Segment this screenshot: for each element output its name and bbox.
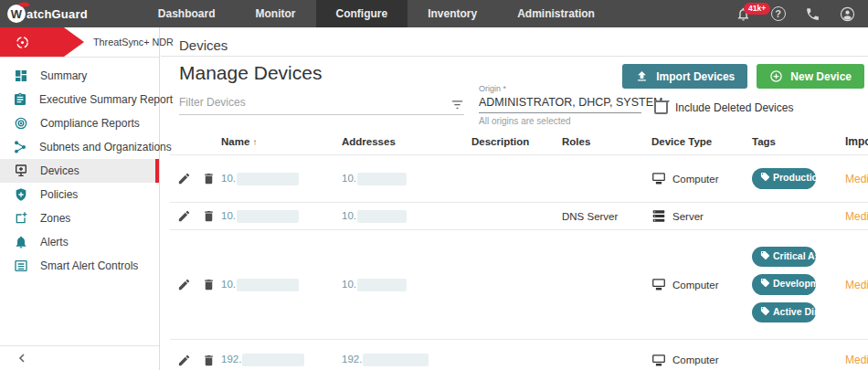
main-content: Devices Manage Devices Import Devices Ne… [161,27,868,370]
redacted-name [242,354,304,366]
table-row: 10. 10. Computer Production Medium [170,155,868,203]
collapse-sidebar-button[interactable] [0,345,159,370]
top-menu: Dashboard Monitor Configure Inventory Ad… [138,0,615,27]
sync-crosshair-icon [15,35,30,50]
computer-icon [651,354,666,367]
edit-pencil-icon[interactable] [177,278,191,291]
page-actions: Import Devices New Device [622,64,864,89]
policies-shield-icon [13,187,28,203]
table-row: 10. 10. DNS Server Server Medium [170,203,868,230]
device-type-cell: Computer [646,278,746,291]
origin-select[interactable]: Origin * ADMINISTRATOR, DHCP, SYSTEM All… [479,84,641,126]
watchguard-logo[interactable]: W atchGuard [7,5,88,23]
sidebar-item-alerts[interactable]: Alerts [0,230,159,254]
sidebar-item-executive-summary-report[interactable]: Executive Summary Report [0,88,159,111]
tags-cell: Production [746,168,838,189]
chevron-left-icon [16,353,27,364]
logo-wordmark: atchGuard [26,7,88,21]
sidebar-item-subnets-and-organizations[interactable]: Subnets and Organizations [0,135,159,159]
header-roles[interactable]: Roles [555,136,646,147]
redacted-name [237,173,299,185]
computer-icon [651,172,666,185]
tag-icon [760,172,770,182]
compliance-target-icon [13,116,28,132]
server-icon [651,209,666,223]
plus-circle-icon [769,69,783,83]
header-importance[interactable]: Importance [838,135,868,148]
device-address-cell: 10. [342,279,468,291]
threatsync-pennant[interactable] [0,27,84,57]
include-deleted-devices-field: Include Deleted Devices [654,100,793,114]
delete-trash-icon[interactable] [202,354,216,367]
tag-icon [760,278,770,288]
menu-item-dashboard[interactable]: Dashboard [138,0,236,27]
sidebar-item-devices[interactable]: Devices [0,159,159,183]
new-device-button[interactable]: New Device [757,64,864,89]
top-navigation-bar: W atchGuard Dashboard Monitor Configure … [0,0,868,27]
table-row: 192. 192. Computer Medium [170,340,868,370]
devices-monitor-plus-icon [13,164,28,179]
sidebar-item-summary[interactable]: Summary [0,64,159,88]
title-divider [161,56,868,57]
include-deleted-checkbox[interactable] [654,100,668,114]
tag-icon [760,306,770,316]
menu-item-configure[interactable]: Configure [316,0,408,27]
origin-helper-text: All origins are selected [479,116,641,126]
redacted-address [363,354,429,366]
device-address-cell: 192. [342,354,468,366]
sidebar-item-zones[interactable]: Zones [0,206,159,230]
header-device-type[interactable]: Device Type [646,136,746,147]
tag-chip: Active Directory [752,302,816,323]
importance-cell: Medium [838,279,868,291]
device-name-cell[interactable]: 10. [221,173,342,185]
menu-item-monitor[interactable]: Monitor [236,0,316,27]
computer-icon [651,278,666,291]
importance-cell: Medium [838,354,868,366]
devices-table: Name ↑ Addresses Description Roles Devic… [170,128,868,370]
notifications-bell-icon[interactable]: 41k+ [736,6,751,22]
redacted-name [237,210,299,223]
delete-trash-icon[interactable] [202,278,216,291]
tag-chip: Critical Asset [752,247,816,268]
menu-item-inventory[interactable]: Inventory [408,0,497,27]
device-name-cell[interactable]: 192. [221,354,342,366]
notification-count-badge: 41k+ [744,3,770,15]
upload-icon [635,69,649,83]
redacted-address [357,173,407,185]
device-type-cell: Computer [646,354,746,367]
filter-funnel-icon[interactable] [450,98,464,111]
header-name[interactable]: Name ↑ [221,136,342,147]
device-address-cell: 10. [342,173,468,185]
importance-cell: Medium [838,173,868,185]
table-row: 10. 10. Computer Critical Asset Developm… [170,230,868,340]
edit-pencil-icon[interactable] [177,172,191,185]
header-addresses[interactable]: Addresses [342,136,468,147]
header-description[interactable]: Description [468,136,555,147]
menu-item-administration[interactable]: Administration [497,0,615,27]
help-icon[interactable]: ? [770,6,786,22]
device-type-cell: Server [646,209,746,223]
header-tags[interactable]: Tags [746,136,838,147]
sidebar-item-smart-alert-controls[interactable]: Smart Alert Controls [0,254,159,278]
sidebar-nav: Summary Executive Summary Report Complia… [0,64,159,278]
redacted-name [237,279,299,291]
edit-pencil-icon[interactable] [177,354,191,367]
device-address-cell: 10. [342,210,468,223]
sidebar-item-compliance-reports[interactable]: Compliance Reports [0,111,159,135]
table-header-row: Name ↑ Addresses Description Roles Devic… [170,128,868,155]
report-document-icon [13,92,27,108]
account-icon[interactable] [840,6,855,22]
sidebar-item-policies[interactable]: Policies [0,183,159,206]
delete-trash-icon[interactable] [202,209,216,223]
page-heading: Manage Devices [179,62,322,84]
support-phone-icon[interactable] [805,6,820,22]
tag-icon [760,250,770,260]
topbar-utilities: 41k+ ? [736,6,855,22]
device-name-cell[interactable]: 10. [221,210,342,223]
tags-cell: Critical Asset Development Active Direct… [746,243,838,327]
edit-pencil-icon[interactable] [177,209,191,223]
delete-trash-icon[interactable] [202,172,216,185]
filter-devices-input[interactable] [179,92,450,114]
device-name-cell[interactable]: 10. [221,279,342,291]
redacted-address [357,279,407,291]
